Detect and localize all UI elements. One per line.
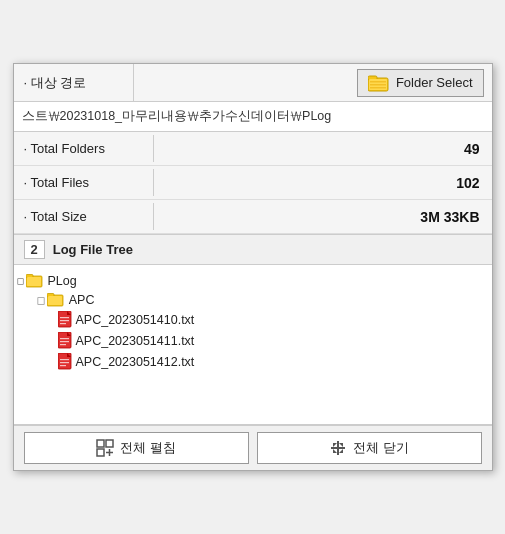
- svg-marker-37: [339, 443, 343, 447]
- total-folders-label: · Total Folders: [14, 135, 154, 162]
- svg-rect-8: [27, 277, 41, 286]
- section-title: Log File Tree: [53, 242, 133, 257]
- svg-rect-25: [60, 362, 69, 363]
- file-icon-2: [58, 332, 72, 349]
- svg-rect-28: [106, 440, 113, 447]
- svg-rect-4: [370, 84, 386, 86]
- expand-all-label: 전체 펼침: [120, 439, 176, 457]
- tree-view[interactable]: □ PLog □ APC: [14, 265, 492, 425]
- svg-rect-15: [60, 320, 69, 321]
- svg-rect-24: [60, 359, 69, 360]
- total-files-label: · Total Files: [14, 169, 154, 196]
- tree-item-file2[interactable]: APC_2023051411.txt: [58, 330, 488, 351]
- total-folders-value: 49: [154, 135, 492, 163]
- folder-select-dialog: · 대상 경로 Folder Select 스트₩20231018_마무리내용₩…: [13, 63, 493, 471]
- tree-label-file2: APC_2023051411.txt: [76, 334, 195, 348]
- svg-rect-14: [60, 317, 69, 318]
- svg-rect-11: [48, 296, 62, 305]
- tree-label-plog: PLog: [48, 274, 77, 288]
- target-row: · 대상 경로 Folder Select: [14, 64, 492, 102]
- total-files-value: 102: [154, 169, 492, 197]
- svg-rect-19: [60, 338, 69, 339]
- tree-label-file3: APC_2023051412.txt: [76, 355, 195, 369]
- folder-select-button[interactable]: Folder Select: [357, 69, 484, 97]
- file-icon-3: [58, 353, 72, 370]
- stats-section: · Total Folders 49 · Total Files 102 · T…: [14, 132, 492, 234]
- total-size-value: 3M 33KB: [154, 203, 492, 231]
- collapse-all-button[interactable]: 전체 닫기: [257, 432, 482, 464]
- tree-item-file1[interactable]: APC_2023051410.txt: [58, 309, 488, 330]
- tree-section-header: 2 Log File Tree: [14, 234, 492, 265]
- section-number: 2: [24, 240, 45, 259]
- svg-rect-3: [370, 81, 386, 83]
- svg-rect-20: [60, 341, 69, 342]
- target-label-text: · 대상 경로: [24, 74, 87, 92]
- svg-rect-21: [60, 344, 66, 345]
- collapse-all-icon: [329, 439, 347, 457]
- folder-icon-apc: [47, 292, 65, 307]
- bottom-bar: 전체 펼침 전체 닫기: [14, 425, 492, 470]
- total-folders-row: · Total Folders 49: [14, 132, 492, 166]
- total-files-row: · Total Files 102: [14, 166, 492, 200]
- svg-rect-26: [60, 365, 66, 366]
- svg-marker-38: [333, 449, 337, 453]
- tree-line-apc: □: [38, 294, 45, 306]
- collapse-all-label: 전체 닫기: [353, 439, 409, 457]
- tree-item-file3[interactable]: APC_2023051412.txt: [58, 351, 488, 372]
- folder-select-icon: [368, 74, 390, 92]
- folder-select-label: Folder Select: [396, 75, 473, 90]
- total-size-label: · Total Size: [14, 203, 154, 230]
- tree-item-plog[interactable]: □ PLog: [18, 271, 488, 290]
- folder-select-section: Folder Select: [134, 64, 492, 101]
- tree-container: □ PLog □ APC: [14, 265, 492, 378]
- tree-item-apc[interactable]: □ APC: [38, 290, 488, 309]
- expand-icon-plog[interactable]: □: [18, 275, 24, 286]
- tree-label-file1: APC_2023051410.txt: [76, 313, 195, 327]
- expand-all-button[interactable]: 전체 펼침: [24, 432, 249, 464]
- svg-rect-5: [370, 87, 386, 89]
- path-text: 스트₩20231018_마무리내용₩추가수신데이터₩PLog: [22, 109, 332, 123]
- svg-rect-27: [97, 440, 104, 447]
- expand-all-icon: [96, 439, 114, 457]
- target-label: · 대상 경로: [14, 64, 134, 101]
- path-display: 스트₩20231018_마무리내용₩추가수신데이터₩PLog: [14, 102, 492, 132]
- folder-icon-plog: [26, 273, 44, 288]
- svg-rect-16: [60, 323, 66, 324]
- svg-rect-29: [97, 449, 104, 456]
- total-size-row: · Total Size 3M 33KB: [14, 200, 492, 234]
- tree-label-apc: APC: [69, 293, 95, 307]
- file-icon-1: [58, 311, 72, 328]
